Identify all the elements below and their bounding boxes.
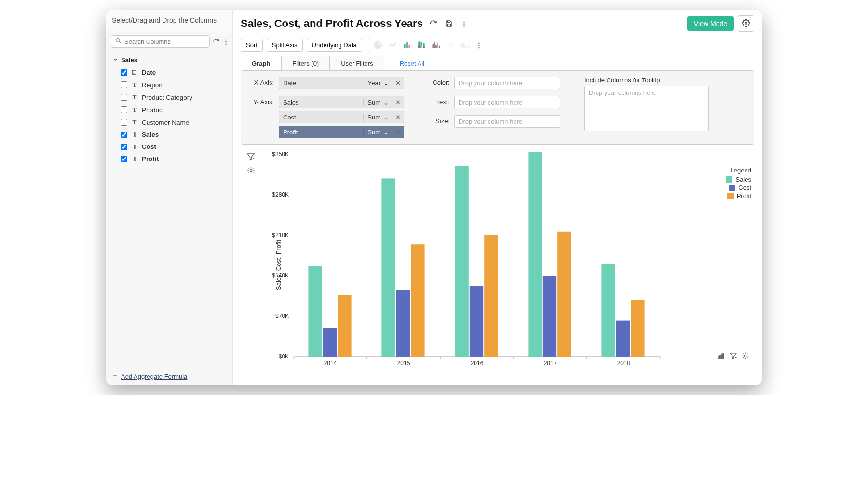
column-name: Region [142,81,163,89]
settings-button[interactable] [738,15,754,32]
column-item[interactable]: 🗓 Date [111,66,228,79]
refresh-columns-icon[interactable] [213,37,220,46]
size-drop[interactable]: Drop your column here [454,115,560,128]
legend: Legend SalesCostProfit [726,167,751,200]
y-axis-pill[interactable]: Profit Sum ⌄ ✕ [279,126,404,138]
legend-swatch [729,185,735,191]
refresh-icon[interactable] [429,19,438,28]
column-item[interactable]: T Product Category [111,91,228,104]
svg-text:2016: 2016 [471,360,484,367]
reset-all-link[interactable]: Reset All [389,56,435,70]
bar[interactable] [601,264,615,357]
add-aggregate-link[interactable]: ＝ Add Aggregate Formula [112,372,227,381]
column-item[interactable]: T Product [111,104,228,116]
x-pill-remove-icon[interactable]: ✕ [393,79,404,87]
color-drop[interactable]: Drop your column here [454,77,560,89]
column-checkbox[interactable] [121,81,127,88]
tooltip-drop[interactable]: Drop your columns here [584,86,709,131]
search-icon [115,38,122,45]
chart-settings-icon[interactable] [247,166,255,176]
svg-rect-9 [420,46,422,48]
column-checkbox[interactable] [121,69,127,76]
column-item[interactable]: ⫿ Cost [111,141,228,153]
bar[interactable] [455,166,468,357]
y-pill-agg[interactable]: Sum ⌄ [363,129,393,136]
bar[interactable] [411,244,424,357]
bar-chart-icon[interactable] [401,40,413,50]
multicolor-bar-icon[interactable] [430,40,442,50]
bar[interactable] [484,235,498,357]
search-input[interactable] [124,38,205,45]
legend-item[interactable]: Cost [726,184,751,191]
tab-graph[interactable]: Graph [241,56,281,70]
x-axis-pill[interactable]: Date Year⌄ ✕ [279,77,404,89]
column-item[interactable]: T Region [111,79,228,91]
y-axis-pill[interactable]: Cost Sum ⌄ ✕ [279,111,404,123]
column-name: Profit [142,155,159,162]
chevron-down-icon: ⌄ [383,79,389,87]
bar[interactable] [338,295,351,357]
bar[interactable] [616,321,630,357]
column-checkbox[interactable] [121,132,127,138]
sort-button[interactable]: Sort [241,39,263,52]
axes-config: X-Axis: Date Year⌄ ✕ Y- Axis: Sales Sum … [248,77,407,138]
column-item[interactable]: T Customer Name [111,116,228,129]
text-drop[interactable]: Drop your column here [454,96,560,108]
save-icon[interactable] [444,19,454,28]
view-mode-button[interactable]: View Mode [687,16,734,31]
column-name: Date [142,69,156,76]
gear-icon[interactable] [741,352,749,361]
svg-marker-45 [730,353,736,359]
y-pill-agg[interactable]: Sum ⌄ [363,99,393,106]
column-checkbox[interactable] [121,94,127,101]
config-tabs: Graph Filters (0) User Filters Reset All [241,56,754,70]
y-pill-remove-icon[interactable]: ✕ [393,114,404,121]
text-label: Text: [423,96,449,106]
bar[interactable] [381,178,395,357]
title-more-icon[interactable]: ⋮ [460,19,469,28]
x-pill-agg[interactable]: Year⌄ [364,79,393,87]
svg-text:$280K: $280K [272,191,289,198]
column-checkbox[interactable] [121,119,127,126]
y-axis-pill[interactable]: Sales Sum ⌄ ✕ [279,96,404,108]
underlying-data-button[interactable]: Underlying Data [307,39,362,52]
column-name: Cost [142,143,156,150]
svg-rect-44 [721,354,722,358]
x-axis-label: X-Axis: [248,77,274,86]
svg-rect-13 [434,42,435,48]
stacked-bar-icon[interactable] [416,40,427,50]
filter-add-icon[interactable] [246,152,255,162]
svg-point-18 [449,43,451,45]
bar[interactable] [396,290,410,357]
column-item[interactable]: ⫿ Sales [111,129,228,141]
svg-rect-43 [720,355,721,358]
column-checkbox[interactable] [121,156,127,162]
tab-user-filters[interactable]: User Filters [330,56,384,70]
column-checkbox[interactable] [121,144,127,150]
filter-add-icon[interactable] [729,352,737,361]
bar[interactable] [557,232,571,357]
chart-more-icon[interactable]: ⋮ [474,40,485,50]
split-axis-button[interactable]: Split Axis [267,39,303,52]
y-pill-agg[interactable]: Sum ⌄ [363,114,393,121]
bar[interactable] [631,300,644,357]
sort-bars-icon[interactable] [717,352,725,361]
y-pill-remove-icon[interactable]: ✕ [393,129,404,136]
bar[interactable] [543,276,556,357]
page-title: Sales, Cost, and Profit Across Years [241,17,423,30]
tab-filters[interactable]: Filters (0) [281,56,330,70]
calendar-icon: 🗓 [131,69,138,76]
bar[interactable] [323,328,337,357]
bar[interactable] [470,286,483,357]
sidebar-footer: ＝ Add Aggregate Formula [106,367,232,385]
bar[interactable] [528,152,542,357]
legend-item[interactable]: Profit [726,192,751,199]
bar[interactable] [308,266,322,357]
columns-more-icon[interactable]: ⋮ [223,37,229,46]
legend-item[interactable]: Sales [726,176,751,183]
search-input-wrap[interactable] [111,35,210,48]
column-group-header[interactable]: Sales [111,53,228,66]
column-checkbox[interactable] [121,106,127,113]
y-pill-remove-icon[interactable]: ✕ [393,99,404,106]
column-item[interactable]: ⫿ Profit [111,153,228,165]
